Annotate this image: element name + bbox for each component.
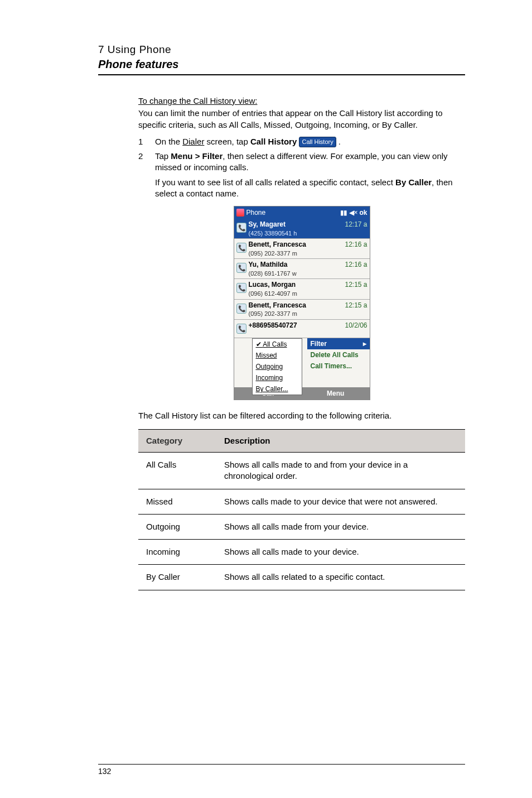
call-history-row: Benett, Francesca(095) 202-3377 m12:16 a <box>234 239 370 259</box>
contact-name: +886958540727 <box>249 321 338 330</box>
table-row: All CallsShows all calls made to and fro… <box>138 453 465 489</box>
call-time: 12:15 a <box>338 300 370 319</box>
divider <box>98 74 465 75</box>
filter-menu: All CallsMissedOutgoingIncomingBy Caller… <box>252 338 302 396</box>
filter-menu-item: By Caller... <box>253 383 302 395</box>
call-history-row: +88695854072710/2/06 <box>234 320 370 338</box>
context-menu-item: Call Timers... <box>307 360 370 372</box>
call-time: 12:16 a <box>338 259 370 278</box>
step-list: 1 On the Dialer screen, tap Call History… <box>138 136 465 174</box>
body-column: To change the Call History view: You can… <box>138 95 465 590</box>
dialer-link: Dialer <box>182 137 204 146</box>
call-type-icon <box>234 300 249 318</box>
signal-icon: ▮▮ <box>340 208 347 217</box>
contact-name: Lucas, Morgan <box>249 280 338 289</box>
call-history-row: Lucas, Morgan(096) 612-4097 m12:15 a <box>234 279 370 299</box>
procedure-heading: To change the Call History view: <box>138 95 465 107</box>
call-type-icon <box>234 239 249 257</box>
app-icon <box>236 209 244 217</box>
call-history-row: Yu, Mathilda(028) 691-1767 w12:16 a <box>234 259 370 279</box>
chapter-title: 7 Using Phone <box>98 44 465 56</box>
description-cell: Shows calls made to your device that wer… <box>216 489 465 514</box>
softkey-right: Menu <box>302 387 370 400</box>
call-type-icon <box>234 259 249 277</box>
note-paragraph: If you want to see list of all calls rel… <box>155 177 465 200</box>
category-cell: Outgoing <box>138 514 216 539</box>
step-number: 1 <box>138 136 155 147</box>
filter-criteria-table: Category Description All CallsShows all … <box>138 429 465 590</box>
step-text: Tap Menu > Filter, then select a differe… <box>155 151 465 174</box>
context-menu-header: Filter▸ <box>307 338 370 349</box>
table-header-description: Description <box>216 429 465 452</box>
call-history-row: Sy, Magaret(425) 33890541 h12:17 a <box>234 219 370 239</box>
contact-name: Benett, Francesca <box>249 240 338 249</box>
intro-paragraph: You can limit the number of entries that… <box>138 108 465 131</box>
step-text: On the Dialer screen, tap Call History C… <box>155 136 465 147</box>
contact-number: (096) 612-4097 m <box>249 290 338 298</box>
description-cell: Shows all calls made to and from your de… <box>216 453 465 489</box>
step-number: 2 <box>138 151 155 174</box>
footer: 132 <box>98 764 465 776</box>
call-type-icon <box>234 279 249 297</box>
section-title: Phone features <box>98 58 465 71</box>
context-menu-item: Delete All Calls <box>307 349 370 360</box>
menu-filter-label: Menu > Filter <box>171 151 223 161</box>
contact-number: (028) 691-1767 w <box>249 270 338 278</box>
menu-area: All CallsMissedOutgoingIncomingBy Caller… <box>234 338 370 387</box>
text: If you want to see list of all calls rel… <box>155 177 395 187</box>
step-1: 1 On the Dialer screen, tap Call History… <box>138 136 465 147</box>
category-cell: By Caller <box>138 565 216 590</box>
page: 7 Using Phone Phone features To change t… <box>0 0 532 798</box>
table-caption: The Call History list can be filtered ac… <box>138 410 465 421</box>
titlebar: Phone ▮▮ ◀× ok <box>234 206 370 219</box>
description-cell: Shows all calls made from your device. <box>216 514 465 539</box>
text: On the <box>155 137 182 146</box>
contact-number: (425) 33890541 h <box>249 229 338 238</box>
call-history-row: Benett, Francesca(095) 202-3377 m12:15 a <box>234 300 370 320</box>
step-2: 2 Tap Menu > Filter, then select a diffe… <box>138 151 465 174</box>
filter-menu-item: Outgoing <box>253 361 302 372</box>
table-row: MissedShows calls made to your device th… <box>138 489 465 514</box>
ok-button: ok <box>359 208 367 217</box>
page-number: 132 <box>98 767 465 776</box>
description-cell: Shows all calls made to your device. <box>216 540 465 565</box>
call-time: 12:17 a <box>338 219 370 238</box>
by-caller-label: By Caller <box>395 177 432 187</box>
phone-screenshot: Phone ▮▮ ◀× ok Sy, Magaret(425) 33890541… <box>234 206 370 400</box>
call-time: 12:16 a <box>338 239 370 258</box>
table-header-category: Category <box>138 429 216 452</box>
table-row: IncomingShows all calls made to your dev… <box>138 540 465 565</box>
call-type-icon <box>234 219 249 237</box>
text: screen, tap <box>204 137 250 146</box>
call-type-icon <box>234 320 249 338</box>
contact-name: Benett, Francesca <box>249 301 338 310</box>
category-cell: Incoming <box>138 540 216 565</box>
category-cell: All Calls <box>138 453 216 489</box>
category-cell: Missed <box>138 489 216 514</box>
titlebar-text: Phone <box>246 208 266 217</box>
contact-number: (095) 202-3377 m <box>249 310 338 318</box>
call-history-label: Call History <box>250 137 297 146</box>
filter-menu-item: Missed <box>253 350 302 361</box>
filter-menu-item: Incoming <box>253 372 302 383</box>
volume-icon: ◀× <box>349 208 357 217</box>
contact-name: Yu, Mathilda <box>249 260 338 269</box>
contact-number: (095) 202-3377 m <box>249 249 338 258</box>
description-cell: Shows all calls related to a specific co… <box>216 565 465 590</box>
call-time: 12:15 a <box>338 279 370 299</box>
context-menu: Filter▸ Delete All Calls Call Timers... <box>307 338 370 372</box>
text: Tap <box>155 151 171 161</box>
contact-name: Sy, Magaret <box>249 220 338 229</box>
table-row: OutgoingShows all calls made from your d… <box>138 514 465 539</box>
call-history-button-icon: Call History <box>299 137 336 147</box>
filter-menu-item: All Calls <box>253 339 302 350</box>
table-row: By CallerShows all calls related to a sp… <box>138 565 465 590</box>
call-time: 10/2/06 <box>338 320 370 338</box>
text: . <box>336 137 341 146</box>
